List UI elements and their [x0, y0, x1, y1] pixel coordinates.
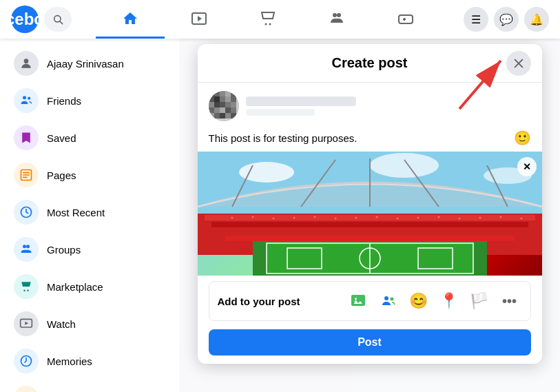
- friends-icon: [14, 88, 39, 113]
- sidebar-item-marketplace[interactable]: Marketplace: [6, 269, 174, 305]
- most-recent-icon: [14, 200, 39, 225]
- groups-icon: [14, 237, 39, 262]
- svg-rect-32: [220, 91, 225, 96]
- svg-rect-38: [220, 96, 225, 102]
- svg-rect-66: [205, 215, 535, 220]
- nav-groups[interactable]: [302, 0, 371, 39]
- post-text-content: This post is for testing purposes.: [209, 132, 357, 144]
- svg-point-79: [272, 218, 274, 220]
- sidebar-item-events[interactable]: Events: [6, 380, 174, 392]
- svg-rect-41: [209, 102, 214, 107]
- pages-icon: [14, 163, 39, 187]
- svg-marker-19: [25, 322, 28, 325]
- close-button[interactable]: [506, 51, 531, 76]
- svg-rect-68: [218, 229, 521, 234]
- sidebar-item-most-recent[interactable]: Most Recent: [6, 194, 174, 230]
- svg-rect-44: [225, 102, 231, 107]
- menu-button[interactable]: ☰: [464, 7, 488, 32]
- svg-rect-39: [225, 96, 231, 102]
- create-post-modal: Create post: [198, 44, 542, 364]
- memories-icon: [14, 349, 39, 373]
- emoji-button[interactable]: 🙂: [514, 130, 531, 146]
- svg-point-86: [417, 217, 419, 219]
- messenger-button[interactable]: 💬: [494, 7, 519, 32]
- svg-rect-54: [225, 113, 231, 118]
- checkin-button[interactable]: 📍: [437, 289, 462, 313]
- sidebar-item-pages[interactable]: Pages: [6, 157, 174, 193]
- notifications-button[interactable]: 🔔: [524, 7, 549, 32]
- feeling-button[interactable]: 😊: [406, 289, 431, 313]
- svg-point-91: [520, 218, 522, 220]
- nav-watch[interactable]: [165, 0, 234, 39]
- sidebar-item-memories[interactable]: Memories: [6, 343, 174, 379]
- search-button[interactable]: [44, 7, 72, 32]
- svg-point-15: [26, 245, 30, 248]
- sidebar: Ajaay Srinivasan Friends Saved Pages Mos…: [0, 39, 179, 392]
- marketplace-icon: [14, 274, 39, 299]
- svg-point-57: [239, 162, 294, 183]
- svg-rect-69: [225, 236, 515, 241]
- post-image-container: ✕: [198, 152, 542, 276]
- svg-point-11: [28, 97, 30, 100]
- post-submit-button[interactable]: Post: [209, 329, 531, 355]
- sidebar-friends-label: Friends: [47, 95, 81, 107]
- svg-line-1: [60, 21, 63, 24]
- modal-overlay[interactable]: Create post: [179, 39, 560, 392]
- sidebar-item-profile[interactable]: Ajaay Srinivasan: [6, 45, 174, 81]
- sidebar-profile-label: Ajaay Srinivasan: [47, 58, 124, 70]
- post-text-area: This post is for testing purposes. 🙂: [209, 130, 531, 146]
- svg-rect-37: [214, 96, 220, 102]
- content-area: Create post: [179, 39, 560, 392]
- sidebar-item-groups[interactable]: Groups: [6, 231, 174, 267]
- svg-rect-46: [209, 107, 214, 113]
- svg-point-80: [293, 217, 295, 219]
- svg-rect-52: [214, 113, 220, 118]
- sidebar-marketplace-label: Marketplace: [47, 281, 103, 293]
- svg-point-5: [269, 23, 271, 25]
- sidebar-item-saved[interactable]: Saved: [6, 120, 174, 156]
- author-subtext: [246, 109, 315, 116]
- author-avatar: [209, 91, 239, 121]
- nav-home[interactable]: [96, 0, 165, 39]
- svg-rect-50: [231, 107, 236, 113]
- svg-rect-30: [209, 91, 214, 96]
- top-navigation: Facebook ☰ 💬 🔔: [0, 0, 560, 39]
- photo-video-button[interactable]: [346, 289, 371, 313]
- sidebar-item-watch[interactable]: Watch: [6, 306, 174, 342]
- svg-point-7: [337, 13, 341, 17]
- modal-title: Create post: [331, 55, 407, 71]
- svg-rect-35: [234, 91, 239, 96]
- image-remove-button[interactable]: ✕: [517, 157, 537, 176]
- saved-icon: [14, 125, 39, 150]
- svg-point-4: [265, 23, 267, 25]
- svg-rect-45: [231, 102, 236, 107]
- svg-rect-47: [214, 107, 220, 113]
- svg-rect-31: [214, 91, 220, 96]
- svg-point-81: [313, 216, 315, 218]
- flag-button[interactable]: 🏳️: [467, 289, 492, 313]
- sidebar-saved-label: Saved: [47, 132, 76, 144]
- events-icon: [14, 386, 39, 392]
- svg-point-83: [355, 217, 357, 219]
- svg-rect-51: [209, 113, 214, 118]
- sidebar-watch-label: Watch: [47, 318, 76, 330]
- post-image: [198, 152, 542, 276]
- svg-point-85: [396, 218, 398, 220]
- tag-people-button[interactable]: [376, 289, 401, 313]
- svg-point-10: [23, 96, 26, 99]
- svg-rect-67: [211, 222, 528, 227]
- sidebar-item-friends[interactable]: Friends: [6, 83, 174, 118]
- svg-point-82: [334, 218, 336, 220]
- nav-gaming[interactable]: [371, 0, 440, 39]
- facebook-logo[interactable]: Facebook: [11, 6, 39, 33]
- more-options-button[interactable]: •••: [497, 289, 522, 313]
- svg-point-93: [355, 298, 357, 300]
- author-name: [246, 96, 356, 106]
- sidebar-groups-label: Groups: [47, 244, 81, 256]
- sidebar-memories-label: Memories: [47, 355, 92, 367]
- nav-marketplace[interactable]: [234, 0, 302, 39]
- svg-marker-3: [198, 16, 202, 21]
- svg-point-14: [23, 245, 26, 248]
- author-info: [246, 96, 356, 116]
- watch-icon: [14, 311, 39, 336]
